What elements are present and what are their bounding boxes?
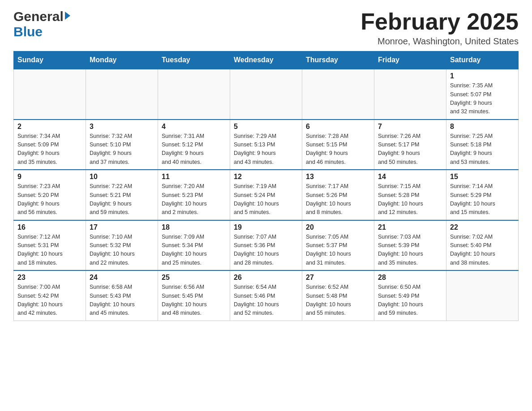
- day-number: 5: [234, 123, 298, 131]
- day-number: 27: [306, 274, 370, 282]
- calendar-cell: [302, 69, 374, 120]
- day-info: Sunrise: 6:50 AMSunset: 5:49 PMDaylight:…: [378, 283, 442, 318]
- location: Monroe, Washington, United States: [360, 36, 519, 47]
- calendar-cell: [158, 69, 230, 120]
- day-info: Sunrise: 7:19 AMSunset: 5:24 PMDaylight:…: [234, 182, 298, 217]
- calendar-cell: 14Sunrise: 7:15 AMSunset: 5:28 PMDayligh…: [374, 170, 446, 220]
- day-info: Sunrise: 6:54 AMSunset: 5:46 PMDaylight:…: [234, 283, 298, 318]
- calendar-cell: 23Sunrise: 7:00 AMSunset: 5:42 PMDayligh…: [14, 270, 86, 321]
- day-info: Sunrise: 6:52 AMSunset: 5:48 PMDaylight:…: [306, 283, 370, 318]
- day-info: Sunrise: 7:29 AMSunset: 5:13 PMDaylight:…: [234, 132, 298, 167]
- logo-blue-text: Blue: [13, 24, 43, 39]
- day-number: 9: [17, 173, 82, 181]
- day-info: Sunrise: 7:07 AMSunset: 5:36 PMDaylight:…: [234, 233, 298, 268]
- calendar-cell: 9Sunrise: 7:23 AMSunset: 5:20 PMDaylight…: [14, 170, 86, 220]
- day-info: Sunrise: 7:31 AMSunset: 5:12 PMDaylight:…: [162, 132, 226, 167]
- day-info: Sunrise: 7:12 AMSunset: 5:31 PMDaylight:…: [17, 233, 82, 268]
- calendar-week-row: 2Sunrise: 7:34 AMSunset: 5:09 PMDaylight…: [14, 120, 519, 170]
- calendar-table: SundayMondayTuesdayWednesdayThursdayFrid…: [13, 51, 519, 321]
- logo: General Blue: [13, 9, 70, 39]
- day-number: 13: [306, 173, 370, 181]
- weekday-header-friday: Friday: [374, 51, 446, 69]
- day-number: 7: [378, 123, 442, 131]
- calendar-cell: 11Sunrise: 7:20 AMSunset: 5:23 PMDayligh…: [158, 170, 230, 220]
- calendar-cell: [374, 69, 446, 120]
- day-number: 2: [17, 123, 82, 131]
- calendar-cell: 18Sunrise: 7:09 AMSunset: 5:34 PMDayligh…: [158, 220, 230, 271]
- day-number: 6: [306, 123, 370, 131]
- calendar-cell: 24Sunrise: 6:58 AMSunset: 5:43 PMDayligh…: [86, 270, 158, 321]
- day-number: 28: [378, 274, 442, 282]
- day-info: Sunrise: 7:00 AMSunset: 5:42 PMDaylight:…: [17, 283, 82, 318]
- calendar-cell: 22Sunrise: 7:02 AMSunset: 5:40 PMDayligh…: [446, 220, 519, 271]
- day-number: 18: [162, 223, 226, 231]
- logo-general-text: General: [13, 9, 64, 24]
- weekday-header-thursday: Thursday: [302, 51, 374, 69]
- day-number: 1: [450, 72, 515, 80]
- calendar-cell: 21Sunrise: 7:03 AMSunset: 5:39 PMDayligh…: [374, 220, 446, 271]
- day-number: 23: [17, 274, 82, 282]
- day-info: Sunrise: 6:58 AMSunset: 5:43 PMDaylight:…: [90, 283, 154, 318]
- day-number: 3: [90, 123, 154, 131]
- day-number: 10: [90, 173, 154, 181]
- day-number: 8: [450, 123, 515, 131]
- day-info: Sunrise: 7:34 AMSunset: 5:09 PMDaylight:…: [17, 132, 82, 167]
- calendar-cell: 6Sunrise: 7:28 AMSunset: 5:15 PMDaylight…: [302, 120, 374, 170]
- day-number: 24: [90, 274, 154, 282]
- day-info: Sunrise: 7:25 AMSunset: 5:18 PMDaylight:…: [450, 132, 515, 167]
- day-info: Sunrise: 7:26 AMSunset: 5:17 PMDaylight:…: [378, 132, 442, 167]
- day-info: Sunrise: 7:14 AMSunset: 5:29 PMDaylight:…: [450, 182, 515, 217]
- weekday-header-sunday: Sunday: [14, 51, 86, 69]
- calendar-cell: 28Sunrise: 6:50 AMSunset: 5:49 PMDayligh…: [374, 270, 446, 321]
- calendar-cell: [230, 69, 302, 120]
- day-info: Sunrise: 7:20 AMSunset: 5:23 PMDaylight:…: [162, 182, 226, 217]
- day-info: Sunrise: 7:17 AMSunset: 5:26 PMDaylight:…: [306, 182, 370, 217]
- weekday-header-tuesday: Tuesday: [158, 51, 230, 69]
- weekday-header-saturday: Saturday: [446, 51, 519, 69]
- day-info: Sunrise: 6:56 AMSunset: 5:45 PMDaylight:…: [162, 283, 226, 318]
- day-number: 11: [162, 173, 226, 181]
- calendar-cell: 4Sunrise: 7:31 AMSunset: 5:12 PMDaylight…: [158, 120, 230, 170]
- day-info: Sunrise: 7:32 AMSunset: 5:10 PMDaylight:…: [90, 132, 154, 167]
- day-number: 12: [234, 173, 298, 181]
- calendar-cell: 5Sunrise: 7:29 AMSunset: 5:13 PMDaylight…: [230, 120, 302, 170]
- day-number: 26: [234, 274, 298, 282]
- day-number: 15: [450, 173, 515, 181]
- day-number: 14: [378, 173, 442, 181]
- day-info: Sunrise: 7:03 AMSunset: 5:39 PMDaylight:…: [378, 233, 442, 268]
- day-number: 17: [90, 223, 154, 231]
- calendar-week-row: 16Sunrise: 7:12 AMSunset: 5:31 PMDayligh…: [14, 220, 519, 271]
- calendar-cell: 19Sunrise: 7:07 AMSunset: 5:36 PMDayligh…: [230, 220, 302, 271]
- calendar-cell: [14, 69, 86, 120]
- day-info: Sunrise: 7:15 AMSunset: 5:28 PMDaylight:…: [378, 182, 442, 217]
- calendar-week-row: 9Sunrise: 7:23 AMSunset: 5:20 PMDaylight…: [14, 170, 519, 220]
- day-info: Sunrise: 7:02 AMSunset: 5:40 PMDaylight:…: [450, 233, 515, 268]
- calendar-cell: 12Sunrise: 7:19 AMSunset: 5:24 PMDayligh…: [230, 170, 302, 220]
- day-number: 4: [162, 123, 226, 131]
- calendar-cell: 13Sunrise: 7:17 AMSunset: 5:26 PMDayligh…: [302, 170, 374, 220]
- day-info: Sunrise: 7:35 AMSunset: 5:07 PMDaylight:…: [450, 81, 515, 116]
- day-number: 19: [234, 223, 298, 231]
- weekday-header-monday: Monday: [86, 51, 158, 69]
- day-info: Sunrise: 7:10 AMSunset: 5:32 PMDaylight:…: [90, 233, 154, 268]
- calendar-cell: 7Sunrise: 7:26 AMSunset: 5:17 PMDaylight…: [374, 120, 446, 170]
- month-title: February 2025: [360, 9, 519, 34]
- day-info: Sunrise: 7:22 AMSunset: 5:21 PMDaylight:…: [90, 182, 154, 217]
- calendar-cell: 1Sunrise: 7:35 AMSunset: 5:07 PMDaylight…: [446, 69, 519, 120]
- day-number: 25: [162, 274, 226, 282]
- page-header: General Blue February 2025 Monroe, Washi…: [13, 9, 519, 47]
- day-number: 16: [17, 223, 82, 231]
- day-info: Sunrise: 7:28 AMSunset: 5:15 PMDaylight:…: [306, 132, 370, 167]
- calendar-header-row: SundayMondayTuesdayWednesdayThursdayFrid…: [14, 51, 519, 69]
- calendar-cell: 3Sunrise: 7:32 AMSunset: 5:10 PMDaylight…: [86, 120, 158, 170]
- title-block: February 2025 Monroe, Washington, United…: [360, 9, 519, 47]
- calendar-cell: 20Sunrise: 7:05 AMSunset: 5:37 PMDayligh…: [302, 220, 374, 271]
- calendar-cell: 25Sunrise: 6:56 AMSunset: 5:45 PMDayligh…: [158, 270, 230, 321]
- calendar-cell: 27Sunrise: 6:52 AMSunset: 5:48 PMDayligh…: [302, 270, 374, 321]
- calendar-week-row: 23Sunrise: 7:00 AMSunset: 5:42 PMDayligh…: [14, 270, 519, 321]
- calendar-cell: 26Sunrise: 6:54 AMSunset: 5:46 PMDayligh…: [230, 270, 302, 321]
- day-info: Sunrise: 7:05 AMSunset: 5:37 PMDaylight:…: [306, 233, 370, 268]
- calendar-cell: 8Sunrise: 7:25 AMSunset: 5:18 PMDaylight…: [446, 120, 519, 170]
- day-number: 22: [450, 223, 515, 231]
- logo-triangle-icon: [65, 12, 70, 20]
